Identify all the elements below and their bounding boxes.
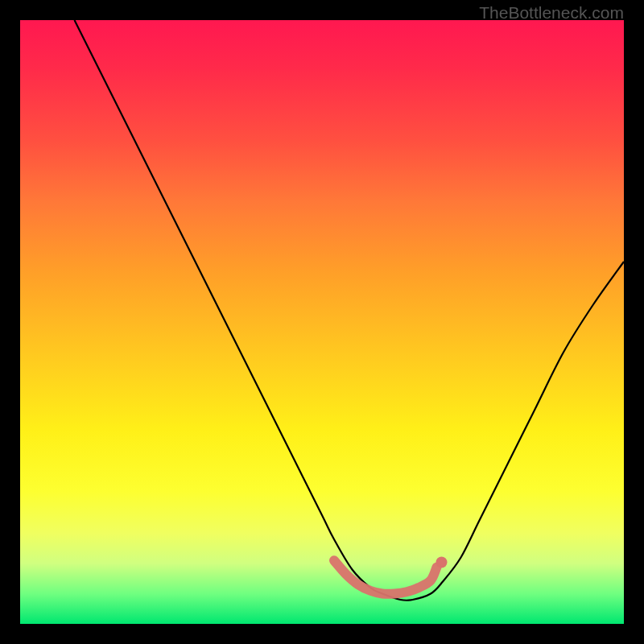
watermark-text: TheBottleneck.com <box>479 3 624 23</box>
highlight-dots <box>334 557 448 594</box>
curve-line <box>75 20 625 601</box>
chart-svg <box>20 20 624 624</box>
plot-area <box>20 20 624 624</box>
svg-point-0 <box>436 557 448 568</box>
chart-container: TheBottleneck.com <box>0 0 644 644</box>
